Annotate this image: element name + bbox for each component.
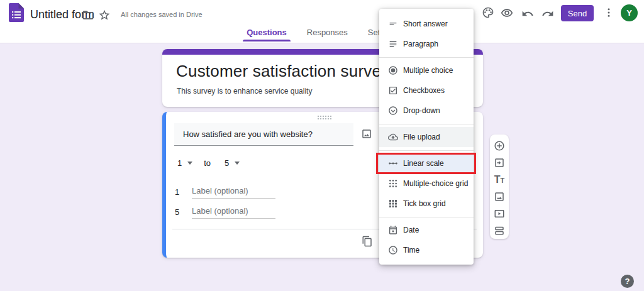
menu-item-multiple-choice-grid[interactable]: Multiple-choice grid — [379, 173, 474, 194]
add-title-button[interactable]: TT — [491, 172, 508, 189]
add-image-button[interactable] — [491, 188, 508, 205]
menu-item-multiple-choice[interactable]: Multiple choice — [379, 60, 474, 80]
menu-item-checkboxes[interactable]: Checkboxes — [379, 80, 474, 101]
chevron-down-icon — [187, 162, 192, 165]
more-options-icon[interactable] — [603, 7, 614, 18]
scale-number: 1 — [175, 187, 184, 197]
help-icon[interactable]: ? — [621, 275, 634, 288]
account-avatar[interactable]: Y — [621, 4, 638, 21]
scale-to-label: to — [204, 158, 211, 168]
form-description[interactable]: This survey is to enhance service qualit… — [177, 87, 312, 96]
scale-max-select[interactable]: 5 — [222, 157, 242, 169]
theme-palette-icon[interactable] — [482, 6, 494, 19]
scale-number: 5 — [175, 207, 184, 217]
tick-box-grid-icon — [388, 199, 398, 209]
add-video-icon — [494, 208, 505, 219]
drag-handle-icon[interactable] — [318, 116, 331, 119]
folder-icon[interactable] — [82, 9, 94, 21]
floating-toolbar: TT — [490, 135, 509, 239]
drop-down-icon — [388, 106, 398, 116]
menu-divider — [379, 57, 474, 58]
question-title-input[interactable] — [174, 123, 353, 146]
scale-min-select[interactable]: 1 — [175, 157, 195, 169]
duplicate-icon[interactable] — [362, 236, 373, 247]
add-image-icon — [494, 191, 505, 202]
star-icon[interactable] — [98, 9, 111, 21]
undo-icon[interactable] — [521, 8, 534, 20]
tab-responses[interactable]: Responses — [306, 28, 349, 43]
forms-logo-icon[interactable] — [9, 3, 24, 22]
add-section-icon — [494, 225, 505, 236]
add-question-button[interactable] — [491, 138, 508, 155]
menu-divider — [379, 150, 474, 151]
form-title[interactable]: Customer satisfaction survey — [176, 62, 389, 81]
scale-label-input-1[interactable] — [192, 185, 275, 199]
time-icon — [388, 245, 398, 255]
form-tabs: Questions Responses Settings — [0, 28, 644, 43]
send-button[interactable]: Send — [561, 5, 594, 21]
menu-item-drop-down[interactable]: Drop-down — [379, 101, 474, 121]
import-questions-icon — [494, 157, 505, 168]
multiple-choice-icon — [388, 65, 398, 75]
save-status: All changes saved in Drive — [121, 11, 203, 18]
linear-scale-icon — [388, 158, 398, 168]
menu-item-date[interactable]: Date — [379, 220, 474, 240]
menu-item-linear-scale[interactable]: Linear scale — [379, 153, 474, 173]
chevron-down-icon — [235, 162, 240, 165]
multiple-choice-grid-icon — [388, 178, 398, 189]
image-icon[interactable] — [361, 128, 372, 140]
linear-scale-range: 1 to 5 — [175, 157, 242, 169]
top-app-bar: Untitled form All changes saved in Drive… — [0, 0, 644, 43]
add-section-button[interactable] — [491, 222, 508, 239]
import-questions-button[interactable] — [491, 155, 508, 172]
menu-item-short-answer[interactable]: Short answer — [379, 14, 474, 34]
add-video-button[interactable] — [491, 205, 508, 222]
add-title-icon: TT — [494, 174, 505, 185]
scale-label-row-1: 1 — [175, 185, 275, 199]
question-type-menu: Short answer Paragraph Multiple choice C… — [379, 9, 474, 265]
scale-label-input-2[interactable] — [192, 205, 275, 219]
menu-item-paragraph[interactable]: Paragraph — [379, 34, 474, 54]
scale-label-row-2: 5 — [175, 205, 275, 219]
redo-icon[interactable] — [541, 8, 554, 20]
add-circle-icon — [494, 140, 505, 151]
file-upload-icon — [388, 132, 398, 142]
tab-questions[interactable]: Questions — [245, 28, 288, 43]
menu-item-time[interactable]: Time — [379, 240, 474, 260]
google-forms-editor: Untitled form All changes saved in Drive… — [0, 0, 644, 291]
paragraph-icon — [388, 39, 398, 49]
date-icon — [388, 225, 398, 235]
checkboxes-icon — [388, 85, 398, 96]
menu-divider — [379, 124, 474, 124]
short-answer-icon — [388, 19, 398, 29]
preview-eye-icon[interactable] — [501, 7, 513, 19]
menu-divider — [379, 217, 474, 217]
menu-item-tick-box-grid[interactable]: Tick box grid — [379, 194, 474, 214]
menu-item-file-upload[interactable]: File upload — [379, 127, 474, 147]
